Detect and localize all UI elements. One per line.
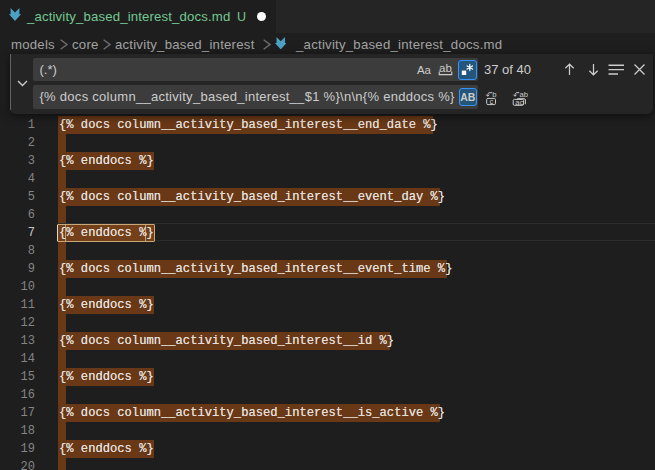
svg-text:c: c xyxy=(490,96,494,105)
svg-text:ab: ab xyxy=(439,62,452,74)
svg-text:ac: ac xyxy=(515,97,523,106)
